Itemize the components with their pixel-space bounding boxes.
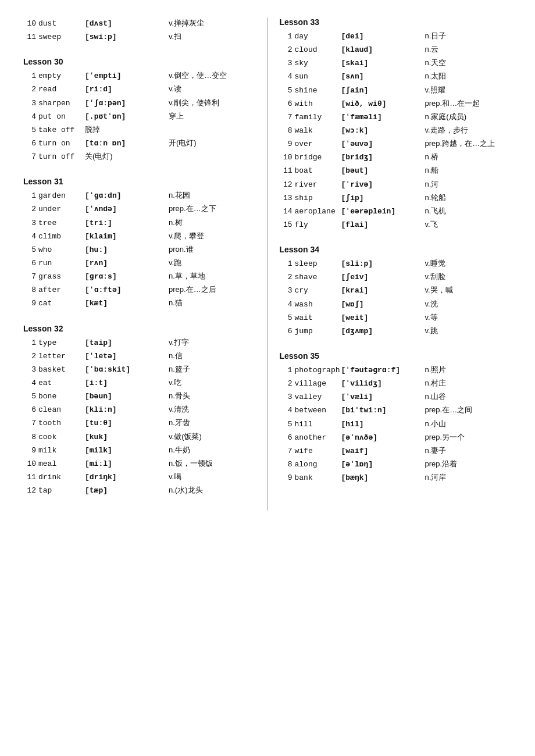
item-word: walk	[295, 125, 341, 137]
vocab-item: 5hill[hil]n.小山	[280, 418, 512, 430]
item-number: 9	[23, 445, 36, 457]
item-number: 2	[280, 272, 293, 283]
item-definition: 脱掉	[85, 124, 100, 135]
item-phonetic: [tɑːn ɒn]	[85, 138, 166, 149]
item-number: 2	[23, 204, 36, 215]
vocab-item: 10dust[dʌst]v.掸掉灰尘	[23, 17, 256, 30]
item-definition: prep.在…之下	[169, 203, 216, 215]
item-definition: v.倒空，使…变空	[169, 70, 227, 81]
vocab-item: 12river[ˈrivə]n.河	[280, 179, 512, 191]
vocab-item: 9over[ˈəuvə]prep.跨越，在…之上	[280, 138, 512, 150]
lesson-section: Lesson 301empty[ˈempti]v.倒空，使…变空2read[ri…	[23, 57, 256, 163]
item-definition: n.信	[169, 350, 183, 362]
item-phonetic: [milk]	[85, 445, 166, 457]
item-word: photograph	[295, 365, 341, 376]
item-number: 5	[280, 85, 293, 97]
item-definition: n.猫	[169, 297, 183, 309]
item-number: 14	[280, 206, 293, 217]
item-number: 1	[280, 365, 293, 376]
vocab-item: 3cry[krai]v.哭，喊	[280, 284, 512, 297]
lesson-title: Lesson 34	[280, 245, 512, 254]
item-definition: n.篮子	[169, 363, 190, 375]
item-word: wait	[295, 312, 341, 324]
page-layout: 10dust[dʌst]v.掸掉灰尘11sweep[swiːp]v.扫Lesso…	[23, 17, 512, 511]
item-phonetic: [bəut]	[341, 165, 423, 177]
item-word: eat	[38, 377, 85, 389]
item-word: dust	[38, 18, 85, 30]
vocab-item: 4wash[wɒʃ]v.洗	[280, 298, 512, 311]
item-number: 10	[23, 458, 36, 470]
item-definition: v.睡觉	[425, 258, 445, 269]
vocab-item: 6turn on[tɑːn ɒn]开(电灯)	[23, 137, 256, 149]
item-definition: n.妻子	[425, 445, 447, 457]
item-number: 3	[280, 285, 293, 297]
item-word: boat	[295, 165, 341, 177]
item-definition: n.天空	[425, 57, 447, 69]
item-definition: v.喝	[169, 471, 181, 483]
lesson-section: Lesson 351photograph[ˈfəutəɡrɑːf]n.照片2vi…	[280, 351, 512, 484]
item-word: cry	[295, 285, 341, 297]
item-phonetic: [bæŋk]	[341, 472, 423, 484]
vocab-item: 7tooth[tuːθ]n.牙齿	[23, 417, 256, 429]
item-phonetic: [ˈempti]	[85, 70, 166, 82]
item-number: 6	[280, 432, 293, 444]
item-number: 7	[23, 151, 36, 163]
item-number: 4	[280, 71, 293, 83]
item-phonetic: [ˈletə]	[85, 351, 166, 362]
item-number: 5	[23, 391, 36, 402]
item-word: aeroplane	[295, 206, 341, 217]
lesson-section: Lesson 331day[dei]n.日子2cloud[klaud]n.云3s…	[280, 17, 512, 231]
item-phonetic: [flai]	[341, 219, 423, 231]
item-phonetic: [əˈnʌðə]	[341, 432, 423, 444]
item-word: cat	[38, 298, 85, 309]
item-word: garden	[38, 190, 85, 202]
item-word: wife	[295, 445, 341, 457]
item-number: 7	[23, 418, 36, 429]
item-number: 3	[23, 364, 36, 376]
item-phonetic: [biˈtwiːn]	[341, 405, 423, 416]
item-number: 1	[23, 70, 36, 82]
vocab-item: 8cook[kuk]v.做(饭菜)	[23, 431, 256, 443]
lesson-section: Lesson 321type[taip]v.打字2letter[ˈletə]n.…	[23, 324, 256, 497]
item-phonetic: [taip]	[85, 337, 166, 349]
vocab-item: 8walk[wɔːk]v.走路，步行	[280, 124, 512, 137]
lesson-section: Lesson 341sleep[sliːp]v.睡觉2shave[ʃeiv]v.…	[280, 245, 512, 337]
vocab-item: 10bridge[bridʒ]n.桥	[280, 151, 512, 163]
item-word: letter	[38, 351, 85, 362]
item-definition: n.船	[425, 165, 439, 176]
lesson-title: Lesson 31	[23, 177, 256, 186]
item-number: 3	[280, 58, 293, 69]
item-definition: n.云	[425, 44, 439, 55]
item-phonetic: [ˈʌndə]	[85, 204, 166, 215]
item-word: turn on	[38, 138, 85, 149]
item-definition: v.爬，攀登	[169, 230, 204, 242]
lesson-title: Lesson 32	[23, 324, 256, 333]
item-definition: v.哭，喊	[425, 284, 453, 296]
item-definition: 穿上	[169, 110, 184, 122]
item-number: 1	[280, 258, 293, 270]
item-number: 1	[23, 190, 36, 202]
item-number: 8	[23, 432, 36, 443]
item-definition: v.跑	[169, 257, 181, 269]
item-phonetic: [bridʒ]	[341, 152, 423, 163]
item-phonetic: [ˈɑːftə]	[85, 284, 166, 296]
item-phonetic: [dʒʌmp]	[341, 326, 423, 337]
item-word: shine	[295, 85, 341, 97]
item-phonetic: [sliːp]	[341, 258, 423, 270]
item-word: over	[295, 138, 341, 150]
item-word: type	[38, 337, 85, 349]
item-word: meal	[38, 458, 85, 470]
item-definition: n.牙齿	[169, 417, 190, 429]
item-number: 3	[23, 98, 36, 109]
item-definition: n.山谷	[425, 391, 447, 402]
right-column: Lesson 331day[dei]n.日子2cloud[klaud]n.云3s…	[268, 17, 512, 511]
item-number: 11	[23, 472, 36, 483]
vocab-item: 9milk[milk]n.牛奶	[23, 444, 256, 457]
item-number: 10	[280, 152, 293, 163]
vocab-item: 3tree[triː]n.树	[23, 217, 256, 229]
item-phonetic: [kæt]	[85, 298, 166, 309]
lesson-title: Lesson 35	[280, 351, 512, 361]
item-definition: v.跳	[425, 325, 438, 337]
vocab-item: 1photograph[ˈfəutəɡrɑːf]n.照片	[280, 364, 512, 376]
item-definition: n.河	[425, 179, 439, 190]
